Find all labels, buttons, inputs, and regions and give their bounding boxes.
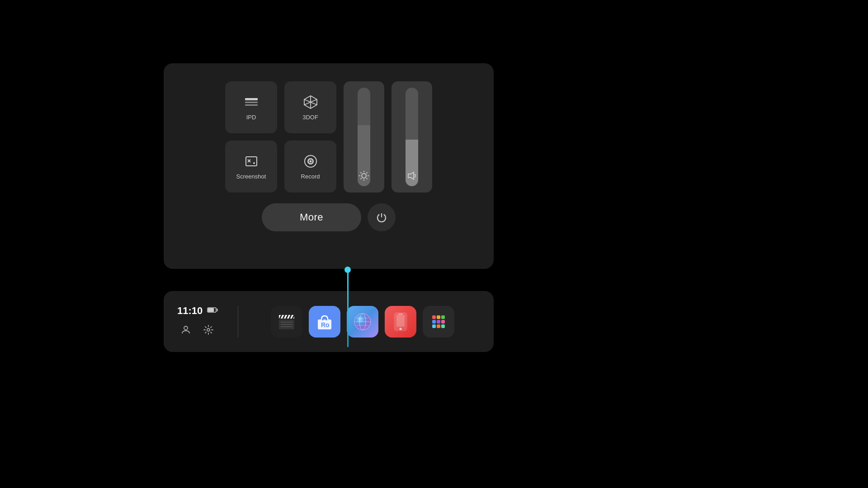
svg-rect-59: [437, 320, 440, 324]
power-icon: [375, 211, 388, 224]
svg-point-53: [399, 328, 401, 330]
brightness-slider[interactable]: [344, 81, 384, 192]
ipd-button[interactable]: IPD: [225, 81, 277, 133]
time-row: 11:10: [177, 305, 218, 317]
control-panel: IPD 3DOF: [164, 63, 494, 269]
clock: 11:10: [177, 305, 203, 317]
settings-icon-button[interactable]: [200, 321, 217, 338]
svg-rect-61: [432, 324, 436, 328]
svg-point-7: [362, 174, 366, 178]
taskbar-divider: [238, 306, 238, 338]
rokid-app-icon[interactable]: Ro: [309, 306, 340, 338]
more-button[interactable]: More: [262, 203, 361, 231]
svg-rect-55: [432, 315, 436, 319]
svg-rect-57: [441, 315, 445, 319]
svg-rect-56: [437, 315, 440, 319]
screenshot-button[interactable]: Screenshot: [225, 141, 277, 192]
svg-point-28: [184, 326, 188, 330]
taskbar-left: 11:10: [177, 305, 231, 338]
svg-line-13: [367, 178, 368, 179]
brightness-icon: [358, 170, 370, 183]
svg-rect-58: [432, 320, 436, 324]
svg-rect-52: [396, 315, 405, 327]
svg-line-12: [361, 173, 362, 174]
svg-point-29: [207, 328, 210, 331]
connector-line: [347, 270, 349, 347]
svg-rect-62: [437, 324, 440, 328]
svg-point-25: [309, 160, 311, 163]
3dof-icon: [302, 94, 319, 110]
svg-rect-1: [245, 102, 258, 103]
clapper-app-icon[interactable]: [271, 306, 302, 338]
power-button[interactable]: [368, 203, 396, 231]
volume-icon: [406, 170, 418, 183]
battery-icon: [207, 307, 218, 315]
launcher-app-icon[interactable]: [423, 306, 454, 338]
action-row: More: [186, 203, 471, 231]
record-button[interactable]: Record: [284, 141, 336, 192]
svg-marker-16: [408, 172, 414, 179]
svg-point-42: [322, 319, 324, 320]
taskbar-system-icons: [177, 321, 217, 338]
svg-rect-60: [441, 320, 445, 324]
quick-actions-grid: IPD 3DOF: [186, 81, 471, 192]
user-icon-button[interactable]: [177, 321, 194, 338]
record-icon: [302, 153, 319, 169]
3dof-button[interactable]: 3DOF: [284, 81, 336, 133]
svg-rect-2: [245, 104, 258, 106]
mercury-app-icon[interactable]: [347, 306, 378, 338]
svg-rect-27: [208, 308, 214, 311]
ipd-icon: [243, 94, 259, 110]
volume-slider[interactable]: [392, 81, 432, 192]
svg-point-43: [326, 319, 327, 320]
ipd-label: IPD: [246, 114, 256, 121]
svg-line-14: [367, 173, 368, 174]
rokid-svg: Ro: [314, 311, 335, 332]
mercury-svg: [352, 311, 373, 332]
app-icons: Ro: [245, 306, 480, 338]
launcher-svg: [429, 312, 448, 332]
svg-rect-63: [441, 324, 445, 328]
svg-text:Ro: Ro: [321, 321, 330, 328]
svg-rect-0: [245, 98, 258, 100]
3dof-label: 3DOF: [302, 114, 318, 121]
clapper-svg: [275, 310, 298, 333]
taskbar: 11:10: [164, 291, 494, 352]
svg-line-15: [361, 178, 362, 179]
screenshot-label: Screenshot: [236, 173, 266, 180]
screenshot-icon: [243, 153, 259, 169]
svg-rect-17: [246, 157, 257, 166]
phone-svg: [392, 311, 409, 332]
phone-app-icon[interactable]: [385, 306, 416, 338]
svg-rect-54: [398, 314, 403, 314]
record-label: Record: [301, 173, 320, 180]
